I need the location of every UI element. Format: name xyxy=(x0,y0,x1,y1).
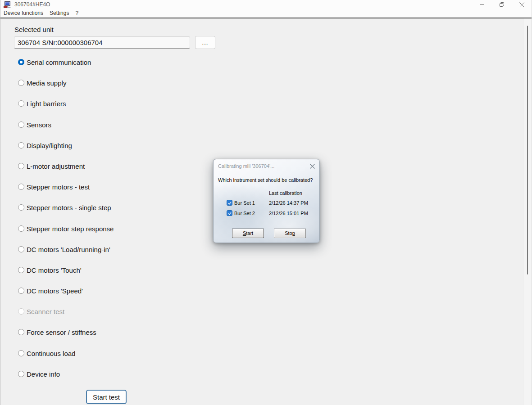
test-option-label: DC motors 'Load/running-in' xyxy=(27,246,110,253)
radio-icon xyxy=(18,308,24,315)
test-option-7[interactable]: Stepper motors - test xyxy=(18,184,114,204)
radio-icon xyxy=(18,100,24,107)
selected-unit-label: Selected unit xyxy=(14,26,54,33)
test-option-15[interactable]: Continuous load xyxy=(18,350,114,371)
test-option-13[interactable]: Scanner test xyxy=(18,308,114,329)
menu-settings[interactable]: Settings xyxy=(46,9,72,18)
window-title: 306704#HE4O xyxy=(14,1,50,8)
radio-icon xyxy=(18,225,24,232)
test-option-label: Continuous load xyxy=(27,350,75,357)
dialog-start-button[interactable]: Start xyxy=(232,229,264,238)
radio-icon xyxy=(18,371,24,377)
test-option-9[interactable]: Stepper motor step response xyxy=(18,225,114,246)
test-option-8[interactable]: Stepper motors - single step xyxy=(18,204,114,225)
test-option-label: Force sensor / stiffness xyxy=(27,329,96,336)
app-icon xyxy=(4,1,11,8)
test-option-label: Serial communication xyxy=(27,59,91,66)
instrument-set-row: Bur Set 1 2/12/26 14:37 PM xyxy=(214,199,319,210)
start-test-button[interactable]: Start test xyxy=(86,390,127,404)
test-option-5[interactable]: Display/lighting xyxy=(18,142,114,163)
last-calibration-value: 2/12/26 14:37 PM xyxy=(269,200,308,206)
last-calibration-header: Last calibration xyxy=(269,190,302,196)
test-option-10[interactable]: DC motors 'Load/running-in' xyxy=(18,246,114,267)
radio-icon xyxy=(18,204,24,211)
window-controls xyxy=(472,0,532,9)
checkbox-checked-icon[interactable] xyxy=(227,200,232,206)
test-option-label: DC motors 'Speed' xyxy=(27,288,83,294)
menu-help[interactable]: ? xyxy=(72,9,82,18)
app-window: 306704#HE4O Device functions Settings ? … xyxy=(0,0,532,405)
test-option-label: DC motors 'Touch' xyxy=(27,267,82,274)
menu-bar: Device functions Settings ? xyxy=(0,9,532,18)
test-option-label: Stepper motor step response xyxy=(27,225,114,232)
close-button[interactable] xyxy=(512,0,532,9)
test-option-label: Display/lighting xyxy=(27,142,72,149)
radio-icon xyxy=(18,246,24,252)
radio-icon xyxy=(18,288,24,294)
test-list: Serial communication Media supply Light … xyxy=(18,59,114,392)
radio-icon xyxy=(18,80,24,86)
radio-icon xyxy=(18,122,24,128)
vertical-scrollbar-thumb[interactable] xyxy=(527,26,528,274)
radio-icon xyxy=(18,329,24,335)
test-option-2[interactable]: Media supply xyxy=(18,80,114,100)
test-option-label: Device info xyxy=(27,371,60,378)
calibration-dialog: Calibrating mill '306704'... Which instr… xyxy=(213,159,320,243)
test-option-3[interactable]: Light barriers xyxy=(18,100,114,121)
radio-icon xyxy=(18,184,24,190)
start-label-post: tart xyxy=(246,230,253,236)
instrument-set-row: Bur Set 2 2/12/26 15:01 PM xyxy=(214,210,319,220)
test-option-14[interactable]: Force sensor / stiffness xyxy=(18,329,114,350)
test-option-label: Stepper motors - test xyxy=(27,184,90,190)
radio-icon xyxy=(18,59,24,65)
dialog-stop-button[interactable]: Stop xyxy=(274,229,306,238)
checkbox-checked-icon[interactable] xyxy=(227,210,232,216)
test-option-label: Media supply xyxy=(27,80,66,86)
title-bar: 306704#HE4O xyxy=(0,0,532,9)
test-option-label: L-motor adjustment xyxy=(27,163,85,170)
browse-unit-button[interactable]: ... xyxy=(195,36,215,49)
test-option-label: Sensors xyxy=(27,122,51,128)
test-option-label: Light barriers xyxy=(27,100,66,107)
radio-icon xyxy=(18,267,24,273)
test-option-1[interactable]: Serial communication xyxy=(18,59,114,80)
radio-icon xyxy=(18,142,24,148)
test-option-11[interactable]: DC motors 'Touch' xyxy=(18,267,114,288)
selected-unit-field[interactable]: 306704 S/Nr:000000306704 xyxy=(14,36,190,49)
instrument-set-rows: Bur Set 1 2/12/26 14:37 PM Bur Set 2 2/1… xyxy=(214,199,319,220)
test-option-6[interactable]: L-motor adjustment xyxy=(18,163,114,184)
test-option-4[interactable]: Sensors xyxy=(18,122,114,142)
dialog-title: Calibrating mill '306704'... xyxy=(218,163,274,169)
selected-unit-value: 306704 S/Nr:000000306704 xyxy=(18,39,103,46)
test-option-16[interactable]: Device info xyxy=(18,371,114,392)
menu-device-functions[interactable]: Device functions xyxy=(0,9,46,18)
test-option-label: Stepper motors - single step xyxy=(27,204,111,211)
test-option-label: Scanner test xyxy=(27,308,64,315)
minimize-button[interactable] xyxy=(472,0,492,9)
instrument-set-label: Bur Set 1 xyxy=(234,200,255,206)
last-calibration-value: 2/12/26 15:01 PM xyxy=(269,211,308,216)
dialog-question: Which instrument set should be calibrate… xyxy=(218,177,313,183)
test-option-12[interactable]: DC motors 'Speed' xyxy=(18,288,114,308)
stop-label-pre: Sto xyxy=(285,230,292,236)
instrument-set-label: Bur Set 2 xyxy=(234,211,255,216)
restore-button[interactable] xyxy=(492,0,512,9)
dialog-close-icon[interactable] xyxy=(309,163,315,169)
radio-icon xyxy=(18,350,24,356)
radio-icon xyxy=(18,163,24,169)
stop-label-mnemonic: p xyxy=(292,230,295,236)
